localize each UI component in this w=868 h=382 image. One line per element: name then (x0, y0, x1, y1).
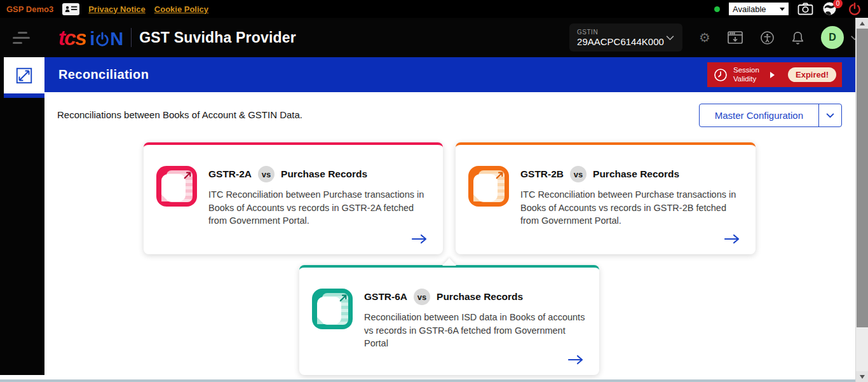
gstin-dropdown[interactable]: GSTIN 29AACPC6144K000 (569, 24, 682, 51)
hamburger-menu-icon[interactable] (13, 32, 32, 44)
arrow-up-right-icon (337, 292, 349, 306)
power-logout-icon[interactable] (848, 2, 862, 16)
open-gstr-2b-arrow[interactable] (724, 234, 740, 247)
card-subject: Purchase Records (281, 168, 367, 180)
vs-badge: vs (414, 289, 430, 305)
contact-card-icon[interactable] (62, 3, 79, 15)
gstr-2b-document-icon (468, 166, 509, 207)
card-description: Reconciliation between ISD data in Books… (364, 311, 589, 350)
sidebar (0, 57, 44, 375)
card-gstr-2a[interactable]: GSTR-2A vs Purchase Records ITC Reconcil… (144, 142, 443, 254)
arrow-right-icon (567, 355, 584, 365)
privacy-notice-link[interactable]: Privacy Notice (88, 4, 146, 14)
gstin-value: 29AACPC6144K000 (577, 36, 665, 47)
session-status-badge: Expired! (788, 67, 836, 82)
bottom-edge-strip (0, 379, 868, 382)
vs-badge: vs (570, 166, 587, 182)
notification-count-badge: 0 (833, 0, 843, 8)
environment-label: GSP Demo3 (6, 4, 53, 14)
sidebar-active-indicator (4, 93, 44, 98)
card-gstr-2b[interactable]: GSTR-2B vs Purchase Records ITC Reconcil… (456, 142, 756, 254)
clock-icon (713, 67, 728, 83)
gstin-label: GSTIN (577, 29, 665, 36)
logo-divider (131, 28, 132, 47)
card-subject: Purchase Records (593, 168, 679, 180)
card-title: GSTR-6A (364, 291, 407, 303)
session-validity-label: Session Validity (733, 66, 765, 84)
language-globe-icon[interactable]: 0 (822, 1, 839, 17)
chevron-down-icon (825, 113, 835, 118)
arrow-right-icon (724, 234, 740, 244)
avatar[interactable]: D (821, 26, 844, 49)
power-symbol-o-icon (95, 32, 109, 47)
card-title: GSTR-2A (208, 168, 252, 180)
camera-icon[interactable] (797, 3, 813, 15)
arrow-right-icon (770, 72, 775, 78)
master-configuration-label: Master Configuration (700, 104, 818, 126)
vs-badge: vs (258, 166, 275, 182)
page-title: Reconciliation (58, 67, 149, 82)
scrollbar-thumb[interactable] (857, 29, 868, 327)
arrow-up-right-icon (182, 169, 194, 184)
top-utility-bar: GSP Demo3 Privacy Notice Cookie Policy A… (0, 0, 868, 18)
card-caret (442, 258, 456, 266)
settings-gear-icon[interactable]: ⚙ (699, 31, 710, 44)
scroll-up-button[interactable] (856, 18, 868, 29)
accessibility-icon[interactable] (760, 31, 775, 45)
cookie-policy-link[interactable]: Cookie Policy (154, 4, 208, 14)
open-gstr-6a-arrow[interactable] (567, 355, 584, 367)
card-gstr-6a[interactable]: GSTR-6A vs Purchase Records Reconciliati… (299, 265, 599, 375)
gstr-6a-document-icon (312, 289, 353, 329)
tcs-ion-logo: tcs i N (58, 25, 123, 50)
scroll-down-icon (860, 375, 865, 379)
contact-card-glyph (64, 4, 78, 13)
vertical-scrollbar[interactable] (855, 18, 868, 382)
session-validity-box: Session Validity Expired! (707, 62, 842, 87)
master-configuration-button[interactable]: Master Configuration (699, 104, 842, 127)
presence-status-dot (714, 6, 720, 12)
content-area: Reconciliations between Books of Account… (44, 92, 855, 379)
content-subtitle: Reconciliations between Books of Account… (57, 109, 302, 120)
arrow-right-icon (411, 234, 428, 244)
availability-value: Available (733, 4, 777, 14)
chevron-down-icon (665, 35, 675, 41)
master-configuration-chevron[interactable] (818, 104, 841, 126)
card-title: GSTR-2B (520, 168, 564, 180)
chevron-down-icon (780, 8, 785, 11)
notifications-bell-icon[interactable] (791, 31, 804, 45)
arrow-up-right-icon (494, 169, 506, 184)
open-gstr-2a-arrow[interactable] (411, 234, 428, 247)
card-description: ITC Reconciliation between Purchase tran… (520, 188, 745, 228)
card-subject: Purchase Records (437, 291, 523, 303)
page-title-bar: Reconciliation Session Validity Expired! (44, 57, 855, 92)
app-header: tcs i N GST Suvidha Provider GSTIN 29AAC… (0, 18, 868, 57)
reconciliation-icon (15, 66, 34, 85)
scroll-down-button[interactable] (856, 371, 868, 382)
scroll-up-icon (860, 22, 865, 25)
card-description: ITC Reconciliation between Purchase tran… (208, 188, 433, 228)
availability-select[interactable]: Available (729, 3, 789, 15)
logo-ion-text: i N (90, 29, 123, 50)
window-download-icon[interactable] (727, 31, 743, 44)
app-title: GST Suvidha Provider (139, 29, 296, 46)
sidebar-item-reconciliation[interactable] (4, 57, 44, 93)
gstr-2a-document-icon (156, 166, 197, 207)
logo-tcs-text: tcs (58, 25, 86, 50)
